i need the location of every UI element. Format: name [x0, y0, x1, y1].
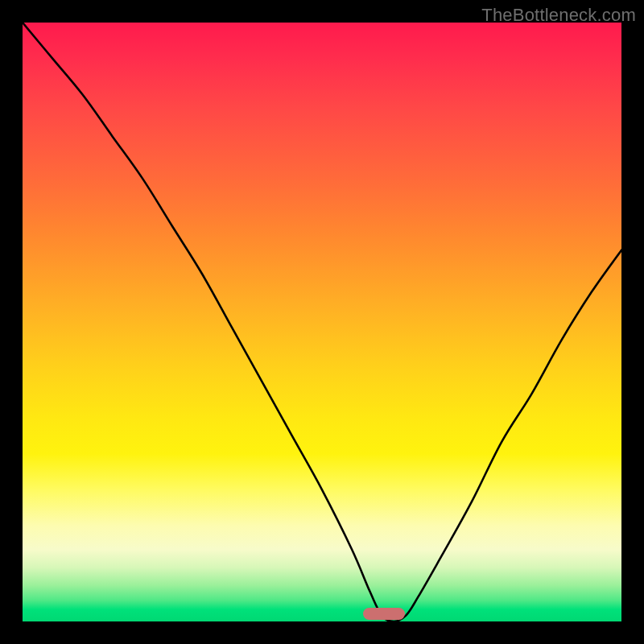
chart-frame: TheBottleneck.com	[0, 0, 644, 644]
optimal-marker	[363, 608, 405, 620]
bottleneck-curve	[23, 23, 621, 621]
plot-area	[23, 23, 621, 621]
